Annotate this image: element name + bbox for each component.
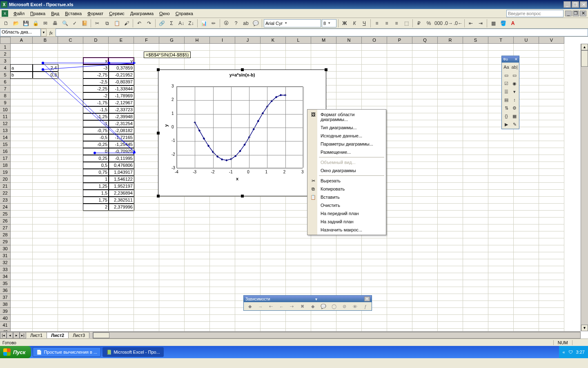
cell-C15[interactable] — [58, 141, 83, 148]
research-button[interactable]: 📔 — [80, 19, 89, 28]
cell-U25[interactable] — [514, 211, 539, 218]
menu-Справка[interactable]: Справка — [173, 10, 196, 17]
fx-icon[interactable]: fx — [47, 29, 56, 36]
cell-I27[interactable] — [210, 224, 235, 231]
cell-V31[interactable] — [539, 252, 564, 259]
cell-F37[interactable] — [134, 294, 159, 301]
cell-R40[interactable] — [438, 315, 463, 322]
cell-G32[interactable] — [159, 259, 185, 266]
autosum-button[interactable]: Σ — [167, 19, 176, 28]
new-comment-icon[interactable]: 💬 — [318, 303, 328, 310]
rowhead-2[interactable]: 2 — [0, 51, 11, 58]
cell-S15[interactable] — [463, 141, 488, 148]
cell-N32[interactable] — [336, 259, 362, 266]
cell-K3[interactable] — [261, 58, 286, 65]
cell-B28[interactable] — [33, 231, 58, 238]
cell-F11[interactable] — [134, 113, 159, 120]
cell-V20[interactable] — [539, 176, 564, 183]
cell-V13[interactable] — [539, 127, 564, 134]
cell-E26[interactable] — [109, 218, 134, 224]
cell-B16[interactable] — [33, 148, 58, 155]
formula-input[interactable] — [56, 29, 588, 36]
cell-S24[interactable] — [463, 204, 488, 211]
colhead-D[interactable]: D — [83, 37, 109, 44]
rowhead-20[interactable]: 20 — [0, 176, 11, 183]
cell-M1[interactable] — [311, 44, 336, 51]
cell-Q17[interactable] — [412, 155, 438, 162]
cell-G40[interactable] — [159, 315, 185, 322]
error-check-icon[interactable]: ◆ — [245, 303, 255, 310]
cell-B9[interactable] — [33, 99, 58, 106]
cell-I28[interactable] — [210, 231, 235, 238]
cell-Q36[interactable] — [412, 287, 438, 294]
cell-U15[interactable] — [514, 141, 539, 148]
cell-G27[interactable] — [159, 224, 185, 231]
cell-V36[interactable] — [539, 287, 564, 294]
cell-L40[interactable] — [286, 315, 311, 322]
cell-O6[interactable] — [362, 79, 387, 85]
menu-Правка[interactable]: Правка — [27, 10, 48, 17]
cell-P10[interactable] — [387, 106, 412, 113]
minimize-button[interactable]: _ — [564, 1, 571, 8]
cell-E39[interactable] — [109, 308, 134, 315]
cell-E3[interactable]: y — [109, 58, 134, 65]
cell-O2[interactable] — [362, 51, 387, 58]
cell-Q1[interactable] — [412, 44, 438, 51]
label-control-icon[interactable]: Aa — [502, 63, 510, 71]
cell-E5[interactable]: -0,21952 — [109, 72, 134, 79]
cell-E38[interactable] — [109, 301, 134, 308]
cell-C6[interactable] — [58, 79, 83, 85]
cell-Q26[interactable] — [412, 218, 438, 224]
cell-A14[interactable] — [11, 134, 33, 141]
cell-V5[interactable] — [539, 72, 564, 79]
select-all-corner[interactable] — [0, 37, 11, 44]
ctx--[interactable]: Исходные данные... — [308, 132, 385, 140]
rowhead-9[interactable]: 9 — [0, 99, 11, 106]
cell-I34[interactable] — [210, 273, 235, 280]
cell-V19[interactable] — [539, 169, 564, 176]
cell-B14[interactable] — [33, 134, 58, 141]
rowhead-15[interactable]: 15 — [0, 141, 11, 148]
cell-D8[interactable]: -2 — [83, 92, 109, 99]
cell-P5[interactable] — [387, 72, 412, 79]
cell-A34[interactable] — [11, 273, 33, 280]
cell-V1[interactable] — [539, 44, 564, 51]
cell-Q11[interactable] — [412, 113, 438, 120]
cell-A30[interactable] — [11, 245, 33, 252]
mdi-close-button[interactable]: ✕ — [580, 11, 586, 16]
cell-P40[interactable] — [387, 315, 412, 322]
cell-K24[interactable] — [261, 204, 286, 211]
colhead-F[interactable]: F — [134, 37, 159, 44]
cell-U33[interactable] — [514, 266, 539, 273]
undo-button[interactable]: ↶ — [135, 19, 144, 28]
percent-button[interactable]: % — [424, 19, 433, 28]
rowhead-41[interactable]: 41 — [0, 322, 11, 329]
cell-U38[interactable] — [514, 301, 539, 308]
cell-Q25[interactable] — [412, 211, 438, 218]
cell-B32[interactable] — [33, 259, 58, 266]
cell-C26[interactable] — [58, 218, 83, 224]
mdi-restore-button[interactable]: ❐ — [572, 11, 579, 16]
cell-U39[interactable] — [514, 308, 539, 315]
cell-R18[interactable] — [438, 162, 463, 169]
circle-invalid-icon[interactable]: ◯ — [329, 303, 339, 310]
cell-C13[interactable] — [58, 127, 83, 134]
rowhead-3[interactable]: 3 — [0, 58, 11, 65]
cell-D21[interactable]: 1,25 — [83, 183, 109, 190]
cell-U23[interactable] — [514, 197, 539, 204]
cell-P28[interactable] — [387, 231, 412, 238]
cell-A38[interactable] — [11, 301, 33, 308]
cell-B29[interactable] — [33, 238, 58, 245]
help-button[interactable]: ? — [232, 19, 241, 28]
paste-button[interactable]: 📋 — [112, 19, 121, 28]
cell-M30[interactable] — [311, 245, 336, 252]
colhead-A[interactable]: A — [11, 37, 33, 44]
cell-N29[interactable] — [336, 238, 362, 245]
cell-H30[interactable] — [185, 245, 210, 252]
cell-O33[interactable] — [362, 266, 387, 273]
cell-C22[interactable] — [58, 190, 83, 197]
cell-C35[interactable] — [58, 280, 83, 287]
colhead-C[interactable]: C — [58, 37, 83, 44]
cell-K31[interactable] — [261, 252, 286, 259]
cell-Q3[interactable] — [412, 58, 438, 65]
